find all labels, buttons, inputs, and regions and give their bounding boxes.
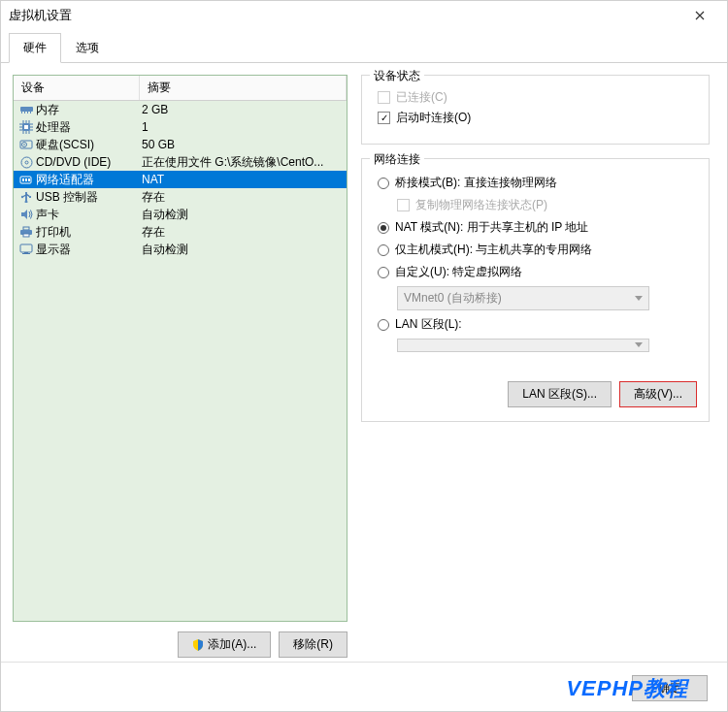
svg-rect-16 — [25, 192, 27, 201]
connect-at-poweron-label: 启动时连接(O) — [396, 110, 471, 126]
device-summary: 2 GB — [140, 103, 347, 116]
svg-rect-1 — [21, 112, 22, 113]
col-summary[interactable]: 摘要 — [140, 76, 347, 100]
chevron-down-icon — [635, 342, 643, 348]
close-icon — [695, 11, 705, 20]
display-icon — [17, 242, 36, 257]
svg-point-11 — [25, 161, 28, 164]
tab-options[interactable]: 选项 — [61, 33, 114, 63]
titlebar: 虚拟机设置 — [1, 1, 727, 30]
table-row[interactable]: USB 控制器存在 — [14, 188, 347, 206]
remove-button[interactable]: 移除(R) — [279, 631, 347, 658]
advanced-button[interactable]: 高级(V)... — [619, 381, 697, 407]
svg-rect-23 — [20, 244, 32, 252]
device-summary: 正在使用文件 G:\系统镜像\CentO... — [140, 154, 347, 171]
connected-label: 已连接(C) — [396, 89, 447, 106]
custom-vmnet-value: VMnet0 (自动桥接) — [404, 290, 502, 307]
lan-label: LAN 区段(L): — [395, 316, 462, 333]
replicate-checkbox — [397, 199, 410, 211]
device-name: 声卡 — [36, 207, 59, 223]
separator — [1, 662, 727, 663]
memory-icon — [17, 102, 36, 117]
bridged-label: 桥接模式(B): 直接连接物理网络 — [395, 175, 557, 191]
table-row[interactable]: CD/DVD (IDE)正在使用文件 G:\系统镜像\CentO... — [14, 153, 347, 171]
svg-point-17 — [25, 201, 28, 204]
device-name: 内存 — [36, 102, 59, 118]
custom-vmnet-select: VMnet0 (自动桥接) — [397, 286, 649, 310]
device-table: 设备 摘要 内存2 GB处理器1硬盘(SCSI)50 GBCD/DVD (IDE… — [13, 75, 347, 622]
col-device[interactable]: 设备 — [14, 76, 140, 100]
connected-checkbox — [378, 91, 390, 104]
remove-button-label: 移除(R) — [293, 636, 333, 653]
device-status-group: 设备状态 已连接(C) ✓ 启动时连接(O) — [361, 75, 710, 145]
device-name: 打印机 — [36, 224, 71, 241]
svg-rect-3 — [27, 112, 28, 113]
table-row[interactable]: 显示器自动检测 — [14, 241, 347, 258]
radio-hostonly[interactable] — [378, 244, 389, 256]
svg-rect-0 — [20, 107, 33, 112]
net-icon — [17, 172, 36, 187]
add-button-label: 添加(A)... — [208, 636, 256, 653]
table-row[interactable]: 声卡自动检测 — [14, 206, 347, 223]
radio-bridged[interactable] — [378, 178, 389, 189]
device-summary: NAT — [140, 173, 347, 186]
device-summary: 自动检测 — [140, 242, 347, 258]
radio-lan[interactable] — [378, 319, 389, 331]
device-summary: 存在 — [140, 224, 347, 241]
device-name: CD/DVD (IDE) — [36, 155, 111, 169]
replicate-label: 复制物理网络连接状态(P) — [415, 197, 547, 213]
connect-at-poweron-checkbox[interactable]: ✓ — [378, 112, 390, 124]
tab-hardware[interactable]: 硬件 — [9, 33, 61, 63]
device-name: USB 控制器 — [36, 189, 98, 206]
table-row[interactable]: 网络适配器NAT — [14, 171, 347, 188]
cpu-icon — [17, 119, 36, 135]
shield-icon — [192, 639, 204, 651]
svg-rect-25 — [22, 253, 30, 254]
tab-strip: 硬件 选项 — [1, 32, 727, 63]
nat-label: NAT 模式(N): 用于共享主机的 IP 地址 — [395, 219, 588, 236]
hostonly-label: 仅主机模式(H): 与主机共享的专用网络 — [395, 242, 592, 258]
svg-rect-22 — [23, 234, 29, 237]
svg-rect-24 — [24, 252, 28, 253]
svg-point-10 — [21, 157, 32, 168]
left-buttons: 添加(A)... 移除(R) — [13, 631, 347, 658]
right-panel: 设备状态 已连接(C) ✓ 启动时连接(O) 网络连接 桥接模式(B): 直接连… — [361, 75, 715, 658]
svg-rect-20 — [23, 227, 29, 230]
table-body: 内存2 GB处理器1硬盘(SCSI)50 GBCD/DVD (IDE)正在使用文… — [14, 101, 347, 258]
table-row[interactable]: 处理器1 — [14, 118, 347, 136]
ok-button[interactable]: 确定 — [632, 675, 708, 701]
ok-button-label: 确定 — [658, 680, 681, 696]
printer-icon — [17, 224, 36, 240]
custom-label: 自定义(U): 特定虚拟网络 — [395, 264, 522, 280]
lan-segments-button[interactable]: LAN 区段(S)... — [508, 381, 612, 407]
device-name: 处理器 — [36, 119, 71, 136]
add-button[interactable]: 添加(A)... — [178, 631, 271, 658]
window-title: 虚拟机设置 — [9, 7, 680, 24]
table-row[interactable]: 打印机存在 — [14, 223, 347, 241]
radio-nat[interactable] — [378, 222, 389, 234]
svg-rect-15 — [28, 178, 30, 181]
dialog-buttons: 确定 — [632, 675, 708, 701]
svg-point-9 — [23, 144, 25, 146]
device-name: 硬盘(SCSI) — [36, 137, 94, 153]
chevron-down-icon — [635, 296, 643, 302]
sound-icon — [17, 207, 36, 222]
usb-icon — [17, 189, 36, 205]
lan-segment-select — [397, 339, 649, 352]
network-buttons: LAN 区段(S)... 高级(V)... — [374, 381, 697, 407]
lan-segments-button-label: LAN 区段(S)... — [522, 386, 597, 403]
device-name: 显示器 — [36, 242, 71, 258]
content-area: 设备 摘要 内存2 GB处理器1硬盘(SCSI)50 GBCD/DVD (IDE… — [1, 63, 727, 669]
svg-rect-19 — [29, 196, 31, 198]
device-name: 网络适配器 — [36, 172, 94, 188]
table-row[interactable]: 硬盘(SCSI)50 GB — [14, 136, 347, 153]
table-row[interactable]: 内存2 GB — [14, 101, 347, 118]
network-connection-group: 网络连接 桥接模式(B): 直接连接物理网络 复制物理网络连接状态(P) NAT… — [361, 158, 710, 422]
device-summary: 1 — [140, 120, 347, 134]
svg-rect-6 — [24, 125, 28, 129]
device-summary: 50 GB — [140, 138, 347, 151]
table-header: 设备 摘要 — [14, 76, 347, 101]
radio-custom[interactable] — [378, 267, 389, 278]
vm-settings-window: 虚拟机设置 硬件 选项 设备 摘要 内存2 GB处理器1硬盘(SCSI)50 G… — [0, 0, 728, 712]
close-button[interactable] — [680, 2, 719, 29]
